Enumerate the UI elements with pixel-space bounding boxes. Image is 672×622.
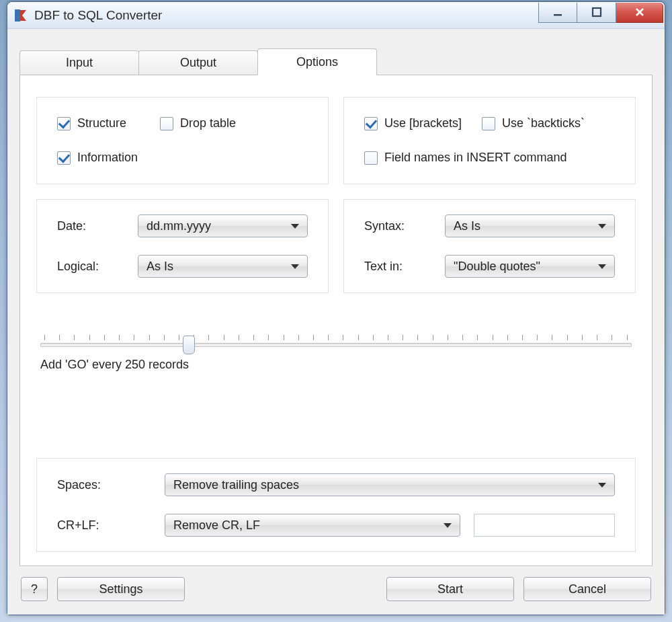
client-area: Input Output Options Structure xyxy=(7,29,665,615)
maximize-button[interactable] xyxy=(577,3,616,23)
select-date[interactable]: dd.mm.yyyy xyxy=(138,215,308,237)
chevron-down-icon xyxy=(291,224,299,229)
checkbox-backticks[interactable]: Use `backticks` xyxy=(482,116,585,130)
label-crlf: CR+LF: xyxy=(57,518,165,533)
minimize-button[interactable] xyxy=(538,3,577,23)
options-top-row: Structure Drop table Information xyxy=(36,97,636,184)
svg-rect-0 xyxy=(15,9,20,22)
select-logical[interactable]: As Is xyxy=(138,255,308,278)
start-button[interactable]: Start xyxy=(386,577,514,601)
checkbox-brackets[interactable]: Use [brackets] xyxy=(364,116,462,130)
checkbox-brackets-label: Use [brackets] xyxy=(384,116,462,130)
app-window: DBF to SQL Converter Input xyxy=(7,1,665,615)
checkbox-structure-label: Structure xyxy=(77,116,126,130)
select-textin-value: "Double quotes" xyxy=(454,260,540,274)
tab-options-body: Structure Drop table Information xyxy=(19,75,653,566)
chevron-down-icon xyxy=(444,523,452,528)
checkbox-fieldnames[interactable]: Field names in INSERT command xyxy=(364,151,566,165)
checkbox-backticks-label: Use `backticks` xyxy=(502,116,585,130)
tab-options[interactable]: Options xyxy=(257,48,377,75)
help-button[interactable]: ? xyxy=(21,577,48,601)
select-spaces-value: Remove trailing spaces xyxy=(173,478,299,492)
help-button-label: ? xyxy=(31,582,38,596)
slider-thumb[interactable] xyxy=(183,336,195,354)
button-bar: ? Settings Start Cancel xyxy=(19,573,653,605)
start-button-label: Start xyxy=(437,582,463,596)
label-textin: Text in: xyxy=(364,260,445,274)
select-textin[interactable]: "Double quotes" xyxy=(445,255,615,278)
slider-go-records[interactable]: Add 'GO' every 250 records xyxy=(39,321,633,372)
window-controls xyxy=(538,3,663,23)
slider-track[interactable] xyxy=(40,343,632,347)
label-logical: Logical: xyxy=(57,260,138,274)
checkbox-backticks-box xyxy=(482,117,495,130)
select-crlf[interactable]: Remove CR, LF xyxy=(165,514,460,537)
checkbox-droptable-label: Drop table xyxy=(180,116,236,130)
panel-date-logical: Date: dd.mm.yyyy Logical: As Is xyxy=(36,199,329,293)
label-syntax: Syntax: xyxy=(364,219,445,233)
svg-rect-2 xyxy=(593,8,601,16)
label-spaces: Spaces: xyxy=(57,478,165,492)
cancel-button[interactable]: Cancel xyxy=(523,577,651,601)
window-title: DBF to SQL Converter xyxy=(34,8,162,23)
chevron-down-icon xyxy=(598,224,606,229)
svg-rect-1 xyxy=(554,14,562,16)
chevron-down-icon xyxy=(291,264,299,269)
checkbox-information-box xyxy=(57,151,71,165)
select-syntax[interactable]: As Is xyxy=(445,215,615,237)
checkbox-brackets-box xyxy=(364,117,378,130)
chevron-down-icon xyxy=(598,264,606,269)
slider-ticks xyxy=(40,335,632,340)
select-logical-value: As Is xyxy=(146,260,173,274)
tab-input[interactable]: Input xyxy=(19,50,139,75)
select-syntax-value: As Is xyxy=(454,219,480,233)
tab-input-label: Input xyxy=(66,56,93,70)
slider-caption: Add 'GO' every 250 records xyxy=(40,358,632,372)
settings-button[interactable]: Settings xyxy=(57,577,185,601)
tab-options-label: Options xyxy=(296,55,338,69)
checkbox-information-label: Information xyxy=(77,151,138,165)
tab-output[interactable]: Output xyxy=(138,50,258,75)
chevron-down-icon xyxy=(598,483,606,488)
checkbox-information[interactable]: Information xyxy=(57,151,138,165)
checkbox-fieldnames-label: Field names in INSERT command xyxy=(384,151,566,165)
titlebar[interactable]: DBF to SQL Converter xyxy=(7,2,665,29)
checkbox-structure-box xyxy=(57,117,71,130)
label-date: Date: xyxy=(57,219,138,233)
panel-structure-flags: Structure Drop table Information xyxy=(36,97,329,184)
tab-output-label: Output xyxy=(180,56,216,70)
select-crlf-value: Remove CR, LF xyxy=(173,518,260,533)
settings-button-label: Settings xyxy=(99,582,142,596)
cancel-button-label: Cancel xyxy=(569,582,606,596)
select-spaces[interactable]: Remove trailing spaces xyxy=(165,473,615,496)
tab-strip: Input Output Options xyxy=(19,48,653,75)
close-button[interactable] xyxy=(616,3,663,23)
panel-sql-flags: Use [brackets] Use `backticks` Field nam… xyxy=(343,97,636,184)
select-date-value: dd.mm.yyyy xyxy=(146,219,211,233)
checkbox-fieldnames-box xyxy=(364,151,378,165)
checkbox-structure[interactable]: Structure xyxy=(57,116,126,130)
panel-go-slider: Add 'GO' every 250 records xyxy=(36,308,636,372)
panel-syntax-textin: Syntax: As Is Text in: "Double quotes" xyxy=(343,199,636,293)
checkbox-droptable[interactable]: Drop table xyxy=(160,116,236,130)
panel-text-cleanup: Spaces: Remove trailing spaces CR+LF: Re… xyxy=(36,458,636,552)
app-icon xyxy=(14,9,28,22)
input-crlf-replacement[interactable] xyxy=(474,514,615,537)
checkbox-droptable-box xyxy=(160,117,173,130)
options-format-row: Date: dd.mm.yyyy Logical: As Is xyxy=(36,199,636,293)
